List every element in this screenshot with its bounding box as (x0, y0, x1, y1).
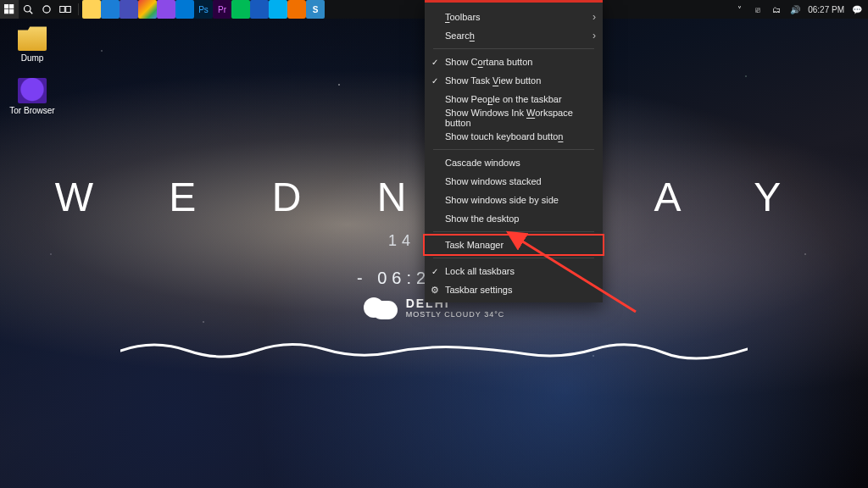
menu-item[interactable]: Show touch keyboard button (425, 127, 603, 146)
menu-item[interactable]: Cascade windows (425, 153, 603, 172)
menu-item[interactable]: Lock all taskbars (425, 262, 603, 280)
action-center-icon[interactable]: 💬 (851, 5, 863, 14)
menu-item[interactable]: Taskbar settings (425, 280, 603, 299)
taskbar-app-chrome[interactable] (138, 0, 157, 19)
taskbar-app-vlc[interactable] (287, 0, 306, 19)
taskbar-app-snagit[interactable]: S (306, 0, 325, 19)
menu-item-label: Show People on the taskbar (445, 94, 562, 104)
menu-item-label: Search (445, 30, 475, 41)
taskbar-app-vscode[interactable] (175, 0, 194, 19)
desktop-icon-tor[interactable]: Tor Browser (7, 78, 58, 115)
start-button[interactable] (0, 0, 19, 19)
menu-item[interactable]: Show Task View button (425, 71, 603, 90)
taskbar-app-edge[interactable] (101, 0, 120, 19)
task-view-icon[interactable] (56, 0, 75, 19)
menu-item-label: Toolbars (445, 12, 481, 22)
tor-icon (18, 78, 47, 103)
svg-point-4 (25, 6, 31, 13)
menu-item[interactable]: Show Windows Ink Workspace button (425, 108, 603, 127)
menu-separator (433, 48, 594, 49)
network-icon[interactable]: ⎚ (752, 5, 764, 14)
menu-item[interactable]: Show the desktop (425, 209, 603, 228)
svg-rect-0 (4, 4, 8, 8)
svg-line-5 (30, 11, 32, 14)
menu-item-label: Taskbar settings (445, 285, 512, 295)
divider (78, 3, 79, 15)
menu-item-label: Task Manager (445, 240, 504, 250)
menu-item-label: Cascade windows (445, 158, 520, 168)
taskbar-app-explorer[interactable] (82, 0, 101, 19)
menu-item-label: Show Cortana button (445, 57, 532, 67)
menu-item[interactable]: Task Manager (425, 236, 603, 254)
svg-rect-8 (66, 7, 71, 13)
menu-separator (433, 231, 594, 232)
menu-item-label: Show windows stacked (445, 176, 542, 186)
menu-item-label: Show touch keyboard button (445, 131, 563, 141)
menu-item-label: Show the desktop (445, 214, 519, 224)
menu-item-label: Show windows side by side (445, 195, 559, 205)
menu-item-label: Show Windows Ink Workspace button (445, 108, 587, 128)
taskbar-app-firefox[interactable] (157, 0, 175, 19)
svg-point-6 (43, 6, 50, 13)
taskbar-context-menu: ToolbarsSearchShow Cortana buttonShow Ta… (425, 0, 603, 302)
taskbar-app-lic[interactable] (231, 0, 250, 19)
svg-rect-2 (4, 9, 8, 14)
taskbar-app-word[interactable] (250, 0, 269, 19)
search-icon[interactable] (19, 0, 37, 19)
svg-rect-1 (9, 4, 14, 8)
menu-item[interactable]: Search (425, 26, 603, 45)
systray-clock[interactable]: 06:27 PM (808, 5, 844, 14)
svg-rect-3 (9, 9, 14, 14)
menu-item[interactable]: Show windows side by side (425, 191, 603, 209)
folder-icon (18, 25, 47, 51)
menu-item-label: Show Task View button (445, 75, 541, 86)
taskbar-app-teams[interactable] (120, 0, 138, 19)
menu-item[interactable]: Show windows stacked (425, 172, 603, 191)
system-tray: ˅ ⎚ 🗂 🔊 06:27 PM 💬 (733, 5, 868, 14)
battery-icon[interactable]: 🗂 (771, 5, 782, 14)
desktop-icon-label: Dump (7, 53, 58, 63)
menu-item-label: Lock all taskbars (445, 266, 515, 276)
svg-rect-7 (60, 7, 65, 13)
menu-separator (433, 149, 594, 150)
menu-item[interactable]: Show Cortana button (425, 53, 603, 71)
menu-item[interactable]: Toolbars (425, 8, 603, 26)
cortana-icon[interactable] (37, 0, 56, 19)
menu-item[interactable]: Show People on the taskbar (425, 90, 603, 108)
taskbar-app-ps[interactable]: Ps (194, 0, 213, 19)
desktop-icon-dump[interactable]: Dump (7, 25, 58, 63)
desktop-icon-label: Tor Browser (7, 106, 58, 115)
menu-separator (433, 258, 594, 258)
chevron-down-icon[interactable]: ˅ (733, 5, 745, 14)
taskbar-app-pr[interactable]: Pr (213, 0, 231, 19)
taskbar-app-skype[interactable] (269, 0, 287, 19)
volume-icon[interactable]: 🔊 (789, 5, 801, 14)
menu-accent (425, 0, 603, 3)
